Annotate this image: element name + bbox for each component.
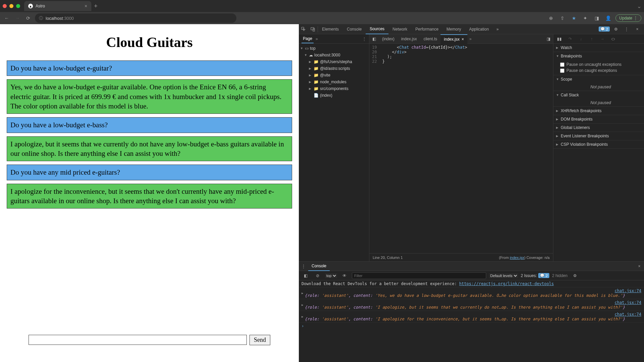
source-link[interactable]: chat.jsx:74 bbox=[615, 288, 641, 293]
editor-tab[interactable]: client.ts bbox=[420, 34, 441, 44]
side-panel-icon[interactable]: ◨ bbox=[593, 14, 601, 22]
page-subtab[interactable]: Page bbox=[302, 35, 314, 43]
tab-network[interactable]: Network bbox=[388, 24, 411, 34]
close-editor-tab-icon[interactable]: × bbox=[462, 37, 464, 42]
step-out-icon[interactable]: ↑ bbox=[587, 34, 596, 44]
share-icon[interactable]: ⇧ bbox=[558, 14, 566, 22]
breakpoints-section[interactable]: ▼Breakpoints bbox=[553, 52, 644, 60]
scope-section[interactable]: ▼Scope bbox=[553, 75, 644, 83]
tab-application[interactable]: Application bbox=[465, 24, 493, 34]
editor-tab[interactable]: index.jsx bbox=[398, 34, 420, 44]
console-line: Download the React DevTools for a better… bbox=[299, 280, 644, 287]
close-drawer-icon[interactable]: × bbox=[635, 262, 644, 271]
expand-icon[interactable]: ▶ bbox=[302, 315, 303, 318]
watch-section[interactable]: ▶Watch bbox=[553, 44, 644, 52]
toggle-nav-icon[interactable]: ◧ bbox=[369, 34, 379, 44]
device-toolbar-icon[interactable] bbox=[308, 25, 318, 34]
more-tabs-icon[interactable]: » bbox=[493, 25, 502, 34]
minimize-window-button[interactable] bbox=[9, 4, 13, 8]
console-line[interactable]: ▶ chat.jsx:74 {role: 'assistant', conten… bbox=[299, 299, 644, 311]
callstack-section[interactable]: ▼Call Stack bbox=[553, 91, 644, 99]
back-button[interactable]: ← bbox=[3, 14, 11, 22]
xhr-breakpoints-section[interactable]: ▶XHR/fetch Breakpoints bbox=[553, 107, 644, 115]
new-tab-button[interactable]: + bbox=[94, 3, 98, 10]
close-window-button[interactable] bbox=[3, 4, 7, 8]
tab-memory[interactable]: Memory bbox=[443, 24, 465, 34]
tree-folder[interactable]: ▶📁@id/astro:scripts bbox=[299, 65, 369, 72]
tab-console[interactable]: Console bbox=[343, 24, 366, 34]
editor-tab[interactable]: (index) bbox=[379, 34, 398, 44]
tree-folder[interactable]: ▶📁@vite bbox=[299, 72, 369, 79]
chat-input[interactable] bbox=[29, 335, 247, 345]
console-prompt[interactable]: › bbox=[299, 323, 644, 329]
clear-console-icon[interactable]: ⊘ bbox=[313, 271, 322, 280]
more-subtabs-icon[interactable]: » bbox=[316, 37, 318, 41]
source-link[interactable]: chat.jsx:74 bbox=[615, 300, 641, 305]
bookmark-icon[interactable]: ★ bbox=[570, 14, 578, 22]
tab-elements[interactable]: Elements bbox=[318, 24, 343, 34]
send-button[interactable]: Send bbox=[249, 335, 270, 345]
step-into-icon[interactable]: ↓ bbox=[576, 34, 586, 44]
console-settings-icon[interactable]: ⚙ bbox=[570, 271, 580, 280]
file-nav-menu-icon[interactable]: ⋮ bbox=[362, 37, 366, 41]
console-line[interactable]: ▶ chat.jsx:74 {role: 'assistant', conten… bbox=[299, 287, 644, 299]
pause-uncaught-checkbox[interactable]: Pause on uncaught exceptions bbox=[560, 61, 641, 67]
tab-sources[interactable]: Sources bbox=[366, 24, 388, 34]
zoom-icon[interactable]: ⊕ bbox=[547, 14, 555, 22]
expand-icon[interactable]: ▶ bbox=[302, 303, 303, 307]
browser-tab[interactable]: ▲ Astro × bbox=[24, 1, 91, 11]
tree-file[interactable]: 📄(index) bbox=[299, 92, 369, 99]
update-button[interactable]: Update ⋮ bbox=[615, 14, 641, 22]
filter-input[interactable] bbox=[352, 272, 486, 279]
maximize-window-button[interactable] bbox=[16, 4, 20, 8]
more-icon[interactable]: ⋮ bbox=[622, 25, 631, 34]
deactivate-breakpoints-icon[interactable]: ⬭ bbox=[608, 34, 618, 44]
tree-folder[interactable]: ▶📁@fs/Users/stepha bbox=[299, 58, 369, 65]
url-bar[interactable]: ⓘ localhost:3000 bbox=[35, 13, 236, 23]
console-tab[interactable]: Console bbox=[308, 262, 330, 271]
errors-badge[interactable]: 💬2 bbox=[599, 27, 610, 32]
file-tree: ▼▭top ▼☁localhost:3000 ▶📁@fs/Users/steph… bbox=[299, 44, 369, 100]
callstack-status: Not paused bbox=[553, 99, 644, 106]
site-info-icon[interactable]: ⓘ bbox=[39, 15, 43, 21]
extensions-icon[interactable]: ✦ bbox=[581, 14, 589, 22]
toggle-sidebar-icon[interactable]: ◧ bbox=[301, 271, 310, 280]
csp-violation-section[interactable]: ▶CSP Violation Breakpoints bbox=[553, 140, 644, 148]
cursor-position: Line 20, Column 1 bbox=[373, 256, 403, 260]
tree-host[interactable]: ▼☁localhost:3000 bbox=[299, 52, 369, 58]
debugger-sidebar: ▮▮ ↷ ↓ ↑ → ⬭ ▶Watch ▼Breakpoints Pause o… bbox=[553, 34, 644, 261]
log-levels-selector[interactable]: Default levels bbox=[489, 273, 518, 278]
console-line[interactable]: ▶ chat.jsx:74 {role: 'assistant', conten… bbox=[299, 311, 644, 323]
pause-caught-checkbox[interactable]: Pause on caught exceptions bbox=[560, 67, 641, 74]
step-icon[interactable]: → bbox=[598, 34, 607, 44]
inspect-element-icon[interactable] bbox=[299, 25, 308, 34]
tab-overflow-icon[interactable]: ⌄ bbox=[637, 3, 641, 9]
expand-icon[interactable]: ▶ bbox=[302, 291, 303, 295]
live-expression-icon[interactable]: 👁 bbox=[340, 271, 349, 280]
console-menu-icon[interactable]: ⋮ bbox=[299, 262, 308, 271]
forward-button[interactable]: → bbox=[13, 14, 21, 22]
close-devtools-icon[interactable]: × bbox=[633, 25, 642, 34]
step-over-icon[interactable]: ↷ bbox=[565, 34, 575, 44]
global-listeners-section[interactable]: ▶Global Listeners bbox=[553, 124, 644, 132]
toggle-sidebar-icon[interactable]: ◨ bbox=[544, 34, 553, 44]
tree-top[interactable]: ▼▭top bbox=[299, 45, 369, 52]
close-tab-icon[interactable]: × bbox=[85, 3, 87, 9]
tab-strip: ▲ Astro × + ⌄ bbox=[0, 0, 644, 12]
dom-breakpoints-section[interactable]: ▶DOM Breakpoints bbox=[553, 115, 644, 123]
pause-icon[interactable]: ▮▮ bbox=[555, 34, 564, 44]
browser-chrome: ▲ Astro × + ⌄ ← → ⟳ ⓘ localhost:3000 ⊕ ⇧… bbox=[0, 0, 644, 24]
more-editor-tabs-icon[interactable]: » bbox=[467, 37, 474, 41]
settings-icon[interactable]: ⚙ bbox=[611, 25, 620, 34]
context-selector[interactable]: top bbox=[325, 273, 337, 278]
profile-icon[interactable]: 👤 bbox=[604, 14, 612, 22]
issues-label[interactable]: 2 Issues: 💬2 bbox=[521, 273, 549, 278]
tree-folder[interactable]: ▶📁node_modules bbox=[299, 79, 369, 85]
tab-performance[interactable]: Performance bbox=[411, 24, 443, 34]
source-link[interactable]: chat.jsx:74 bbox=[615, 312, 641, 317]
code-editor[interactable]: 19 20 21 22 <Chat chatId={chatId}></Chat… bbox=[369, 44, 553, 253]
event-listener-section[interactable]: ▶Event Listener Breakpoints bbox=[553, 132, 644, 140]
editor-tab-active[interactable]: index.jsx× bbox=[441, 34, 467, 44]
tree-folder[interactable]: ▶📁src/components bbox=[299, 85, 369, 92]
reload-button[interactable]: ⟳ bbox=[24, 14, 32, 22]
